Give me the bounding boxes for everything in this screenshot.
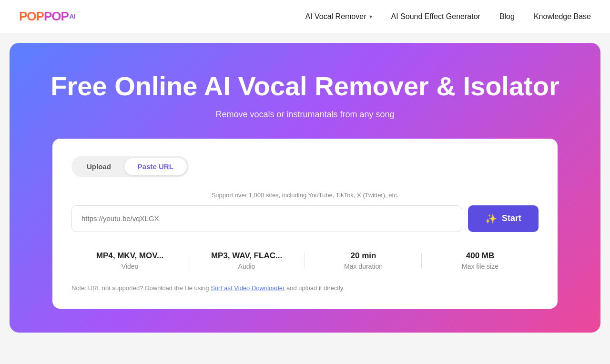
format-filesize-value: 400 MB	[422, 251, 539, 261]
nav-item-sound-effect[interactable]: AI Sound Effect Generator	[391, 12, 480, 21]
format-duration-value: 20 min	[305, 251, 422, 261]
start-label: Start	[502, 213, 521, 223]
tab-group: Upload Paste URL	[71, 156, 189, 177]
tab-paste-url[interactable]: Paste URL	[124, 158, 187, 175]
format-video-label: Video	[71, 263, 188, 270]
note: Note: URL not supported? Download the fi…	[71, 284, 539, 292]
format-audio-label: Audio	[188, 263, 305, 270]
format-filesize-label: Max file size	[422, 263, 539, 270]
format-duration: 20 min Max duration	[305, 251, 422, 270]
nav-item-knowledge-base[interactable]: Knowledge Base	[534, 12, 591, 21]
note-link[interactable]: SurFast Video Downloader	[211, 284, 285, 292]
nav-label-sound-effect: AI Sound Effect Generator	[391, 12, 480, 21]
support-text: Support over 1,000 sites, including YouT…	[71, 192, 539, 199]
url-input[interactable]	[71, 205, 462, 232]
nav-label-vocal-remover: AI Vocal Remover	[305, 12, 366, 21]
nav-item-blog[interactable]: Blog	[499, 12, 515, 21]
format-video-formats: MP4, MKV, MOV...	[71, 251, 188, 261]
tab-upload[interactable]: Upload	[73, 158, 124, 175]
note-prefix: Note: URL not supported? Download the fi…	[71, 284, 211, 292]
logo[interactable]: POPPOP AI	[19, 9, 76, 24]
format-row: MP4, MKV, MOV... Video MP3, WAV, FLAC...…	[71, 251, 539, 270]
format-duration-label: Max duration	[305, 263, 422, 270]
sparkle-icon: ✨	[485, 213, 497, 224]
nav-label-knowledge-base: Knowledge Base	[534, 12, 591, 21]
format-audio: MP3, WAV, FLAC... Audio	[188, 251, 305, 270]
main-card: Upload Paste URL Support over 1,000 site…	[52, 139, 558, 309]
nav-item-vocal-remover[interactable]: AI Vocal Remover ▾	[305, 12, 372, 21]
format-audio-formats: MP3, WAV, FLAC...	[188, 251, 305, 261]
logo-pop1: POP	[19, 9, 44, 23]
hero-title: Free Online AI Vocal Remover & Isolator	[29, 71, 581, 101]
logo-pop2: POP	[44, 9, 69, 23]
nav: AI Vocal Remover ▾ AI Sound Effect Gener…	[305, 12, 591, 21]
nav-label-blog: Blog	[499, 12, 515, 21]
hero-subtitle: Remove vocals or instrumantals from any …	[29, 110, 581, 120]
format-video: MP4, MKV, MOV... Video	[71, 251, 188, 270]
format-filesize: 400 MB Max file size	[422, 251, 539, 270]
url-input-row: ✨ Start	[71, 205, 539, 232]
logo-ai: AI	[70, 13, 76, 20]
start-button[interactable]: ✨ Start	[468, 205, 539, 232]
hero-section: Free Online AI Vocal Remover & Isolator …	[10, 43, 600, 333]
header: POPPOP AI AI Vocal Remover ▾ AI Sound Ef…	[0, 0, 610, 33]
note-suffix: and upload it directly.	[285, 284, 345, 292]
chevron-down-icon: ▾	[369, 13, 372, 20]
